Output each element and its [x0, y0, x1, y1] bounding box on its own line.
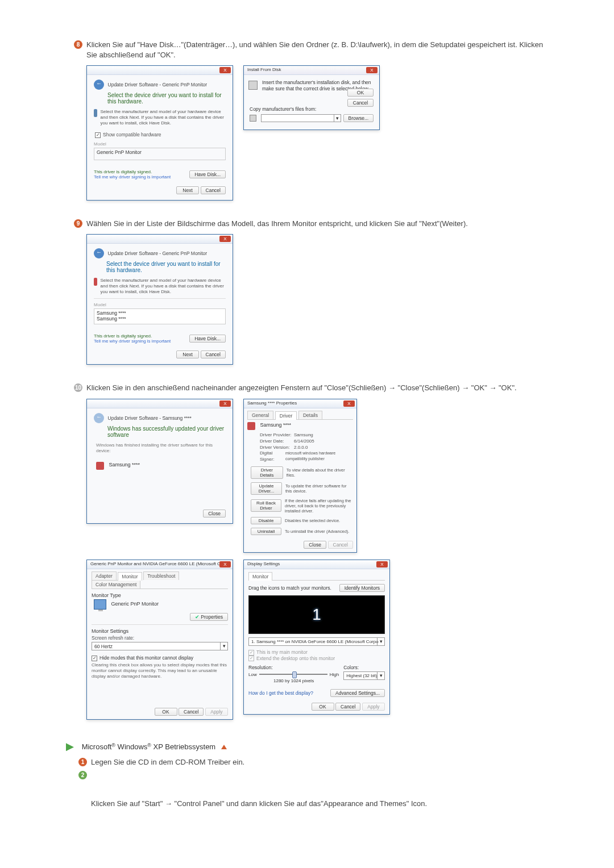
list-item[interactable]: Samsung ****	[97, 316, 223, 322]
ok-button[interactable]: OK	[312, 703, 334, 711]
device-model: Samsung ****	[260, 422, 292, 428]
bullet-10: 10	[74, 383, 82, 392]
colors-select[interactable]: Highest (32 bit) ▾	[343, 671, 385, 680]
window-heading: Select the device driver you want to ins…	[106, 261, 226, 273]
hide-modes-desc: Clearing this check box allows you to se…	[92, 662, 228, 679]
device-select[interactable]: 1. Samsung **** on NVIDIA GeForce 6600 L…	[248, 637, 385, 646]
tab-general[interactable]: General	[247, 411, 273, 419]
cancel-button[interactable]: Cancel	[179, 708, 204, 716]
cancel-button[interactable]: Cancel	[201, 186, 226, 194]
tab-driver[interactable]: Driver	[275, 411, 297, 420]
device-model: Samsung ****	[109, 462, 140, 468]
list-item[interactable]: Samsung ****	[97, 310, 223, 316]
close-icon[interactable]: X	[219, 561, 231, 567]
tab-monitor[interactable]: Monitor	[118, 572, 142, 581]
resolution-slider[interactable]	[259, 671, 327, 677]
drive-icon	[250, 115, 256, 122]
step-8: 8 Klicken Sie auf "Have Disk…"(Datenträg…	[74, 40, 551, 201]
disable-button[interactable]: Disable	[251, 517, 281, 524]
success-subtext: Windows has finished installing the driv…	[96, 443, 226, 454]
kv-val: 2.0.0.0	[294, 445, 308, 451]
monitor-settings-heading: Monitor Settings	[92, 628, 228, 634]
model-list[interactable]: Samsung **** Samsung ****	[94, 308, 226, 324]
driver-properties-window: Samsung **** Properties X General Driver…	[243, 399, 357, 553]
ok-button[interactable]: OK	[155, 708, 177, 716]
breadcrumb: Update Driver Software - Generic PnP Mon…	[108, 251, 208, 256]
xp-section: Microsoft® Windows® XP Betriebssystem 1 …	[66, 742, 551, 809]
tab-monitor[interactable]: Monitor	[248, 572, 272, 581]
driver-details-button[interactable]: Driver Details	[251, 466, 283, 479]
chevron-down-icon: ▾	[377, 672, 384, 679]
select-model-window: X Update Driver Software - Generic PnP M…	[86, 234, 233, 365]
extend-desktop-checkbox: Extend the desktop onto this monitor	[248, 656, 385, 662]
colors-value: Highest (32 bit)	[344, 673, 377, 678]
signed-row: This driver is digitally signed. Tell me…	[94, 333, 226, 344]
close-icon[interactable]: X	[376, 561, 388, 567]
identify-button[interactable]: Identify Monitors	[339, 584, 385, 592]
signing-link[interactable]: Tell me why driver signing is important	[94, 339, 171, 344]
titlebar: Samsung **** Properties X	[244, 399, 356, 408]
back-icon[interactable]	[94, 80, 104, 90]
step10-row2: Generic PnP Monitor and NVIDIA GeForce 6…	[86, 560, 551, 720]
step-9: 9 Wählen Sie in der Liste der Bildschirm…	[74, 219, 551, 365]
cancel-button[interactable]: Cancel	[335, 703, 360, 711]
step9-text: Wählen Sie in der Liste der Bildschirme …	[86, 219, 551, 229]
model-column-header: Model	[94, 302, 226, 307]
have-disk-button[interactable]: Have Disk...	[189, 335, 226, 343]
monitor-preview[interactable]: 1	[248, 595, 385, 634]
close-icon[interactable]: X	[219, 236, 231, 242]
close-button[interactable]: Close	[203, 510, 226, 518]
tab-troubleshoot[interactable]: Troubleshoot	[143, 571, 179, 580]
xp-heading-text: Microsoft® Windows® XP Betriebssystem	[82, 742, 218, 751]
tab-color[interactable]: Color Management	[92, 580, 140, 589]
xp-step-1: 1 Legen Sie die CD in dem CD-ROM Treiber…	[78, 758, 551, 766]
update-driver-button[interactable]: Update Driver...	[251, 482, 282, 495]
window-title: Generic PnP Monitor and NVIDIA GeForce 6…	[90, 561, 227, 566]
resolution-label: Resolution:	[248, 665, 339, 670]
close-button[interactable]: Close	[304, 541, 326, 549]
tab-adapter[interactable]: Adapter	[92, 571, 117, 580]
show-compatible-checkbox[interactable]: Show compatible hardware	[95, 132, 226, 138]
instruction-text: Select the manufacturer and model of you…	[101, 278, 226, 295]
chevron-down-icon: ▾	[220, 642, 227, 650]
refresh-rate-label: Screen refresh rate:	[92, 635, 228, 641]
titlebar: Install From Disk X	[244, 66, 379, 75]
uninstall-button[interactable]: Uninstall	[251, 528, 281, 535]
action-desc: To update the driver software for this d…	[285, 483, 353, 494]
tab-bar: Monitor	[248, 571, 385, 581]
close-icon[interactable]: X	[219, 400, 231, 407]
signing-link[interactable]: Tell me why driver signing is important	[94, 174, 171, 180]
advanced-settings-button[interactable]: Advanced Settings...	[330, 689, 385, 697]
cancel-button[interactable]: Cancel	[201, 350, 226, 358]
properties-button[interactable]: ✔ Properties	[190, 613, 228, 621]
best-display-link[interactable]: How do I get the best display?	[248, 690, 313, 696]
ok-button[interactable]: OK	[347, 89, 374, 97]
path-dropdown[interactable]: ▾	[261, 114, 341, 122]
close-icon[interactable]: X	[343, 400, 355, 407]
high-label: High	[330, 672, 339, 677]
cancel-button[interactable]: Cancel	[347, 99, 374, 107]
device-icon	[94, 278, 97, 286]
browse-button[interactable]: Browse...	[343, 114, 374, 122]
refresh-rate-select[interactable]: 60 Hertz ▾	[92, 642, 228, 650]
model-list[interactable]: Generic PnP Monitor	[94, 148, 226, 160]
list-item[interactable]: Generic PnP Monitor	[97, 149, 223, 156]
close-icon[interactable]: X	[366, 67, 377, 73]
close-icon[interactable]: X	[219, 67, 231, 73]
device-icon	[94, 109, 97, 117]
hide-modes-checkbox[interactable]: Hide modes that this monitor cannot disp…	[92, 655, 228, 661]
have-disk-button[interactable]: Have Disk...	[189, 170, 226, 178]
cancel-button: Cancel	[328, 541, 353, 549]
tab-details[interactable]: Details	[298, 411, 322, 419]
back-icon[interactable]	[94, 248, 104, 258]
xp-step1-text: Legen Sie die CD in dem CD-ROM Treiber e…	[91, 758, 551, 766]
signed-row: This driver is digitally signed. Tell me…	[94, 169, 226, 180]
play-icon	[66, 743, 74, 751]
next-button[interactable]: Next	[176, 186, 199, 194]
window-title: Install From Disk	[247, 67, 281, 72]
next-button[interactable]: Next	[176, 350, 199, 358]
step8-screens: X Update Driver Software - Generic PnP M…	[86, 65, 551, 201]
chevron-down-icon: ▾	[334, 115, 341, 122]
rollback-button[interactable]: Roll Back Driver	[251, 499, 281, 512]
success-heading: Windows has successfully updated your dr…	[107, 425, 226, 438]
